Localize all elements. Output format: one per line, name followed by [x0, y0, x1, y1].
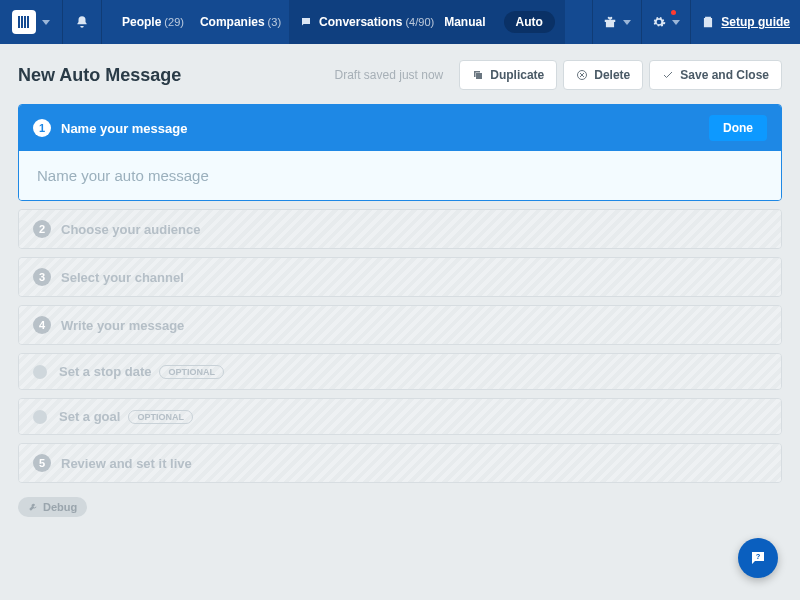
step-review-live: 5 Review and set it live	[18, 443, 782, 483]
nav-companies-label: Companies	[200, 15, 265, 29]
step-1-label: Name your message	[61, 121, 187, 136]
help-fab[interactable]: ?	[738, 538, 778, 578]
nav-manual[interactable]: Manual	[434, 15, 495, 29]
step-4-header[interactable]: 4 Write your message	[19, 306, 781, 344]
nav-settings-button[interactable]	[641, 0, 690, 44]
step-4-label: Write your message	[61, 318, 184, 333]
nav-people[interactable]: People (29)	[114, 0, 192, 44]
debug-button[interactable]: Debug	[18, 497, 87, 517]
delete-button[interactable]: Delete	[563, 60, 643, 90]
optional-badge: OPTIONAL	[159, 365, 224, 379]
step-done-button[interactable]: Done	[709, 115, 767, 141]
nav-people-count: (29)	[164, 16, 184, 28]
wrench-icon	[28, 502, 38, 512]
delete-icon	[576, 69, 588, 81]
delete-label: Delete	[594, 68, 630, 82]
clipboard-icon	[701, 15, 715, 29]
chat-icon	[299, 16, 313, 28]
step-3-header[interactable]: 3 Select your channel	[19, 258, 781, 296]
nav-conversations-group: Conversations (4/90) Manual Auto	[289, 0, 565, 44]
step-stop-date: Set a stop date OPTIONAL	[18, 353, 782, 390]
caret-down-icon	[623, 20, 631, 25]
step-dot-icon	[33, 365, 47, 379]
step-7-label: Review and set it live	[61, 456, 192, 471]
nav-auto[interactable]: Auto	[504, 11, 555, 33]
step-2-header[interactable]: 2 Choose your audience	[19, 210, 781, 248]
step-2-label: Choose your audience	[61, 222, 200, 237]
caret-down-icon	[672, 20, 680, 25]
step-5-header[interactable]: Set a stop date OPTIONAL	[19, 354, 781, 389]
duplicate-label: Duplicate	[490, 68, 544, 82]
save-close-button[interactable]: Save and Close	[649, 60, 782, 90]
step-number-icon: 5	[33, 454, 51, 472]
step-number-icon: 1	[33, 119, 51, 137]
debug-label: Debug	[43, 501, 77, 513]
notification-dot-icon	[671, 10, 676, 15]
svg-rect-1	[21, 16, 23, 28]
app-switcher[interactable]	[0, 0, 63, 44]
step-5-label: Set a stop date	[59, 364, 151, 379]
step-dot-icon	[33, 410, 47, 424]
nav-conversations-label: Conversations	[319, 15, 402, 29]
check-icon	[662, 69, 674, 81]
step-number-icon: 2	[33, 220, 51, 238]
step-6-header[interactable]: Set a goal OPTIONAL	[19, 399, 781, 434]
nav-people-label: People	[122, 15, 161, 29]
gear-icon	[652, 15, 666, 29]
svg-rect-2	[24, 16, 26, 28]
page-title: New Auto Message	[18, 65, 181, 86]
step-7-header[interactable]: 5 Review and set it live	[19, 444, 781, 482]
gift-icon	[603, 15, 617, 29]
nav-conversations-count: (4/90)	[405, 16, 434, 28]
step-3-label: Select your channel	[61, 270, 184, 285]
notifications-button[interactable]	[63, 0, 102, 44]
nav-apps-button[interactable]	[592, 0, 641, 44]
caret-down-icon	[42, 20, 50, 25]
step-number-icon: 4	[33, 316, 51, 334]
page-header: New Auto Message Draft saved just now Du…	[18, 60, 782, 90]
nav-companies[interactable]: Companies (3)	[192, 0, 289, 44]
setup-guide-label: Setup guide	[721, 15, 790, 29]
step-write-message: 4 Write your message	[18, 305, 782, 345]
optional-badge: OPTIONAL	[128, 410, 193, 424]
svg-rect-3	[27, 16, 29, 28]
app-logo-icon	[12, 10, 36, 34]
svg-text:?: ?	[756, 552, 761, 561]
step-select-channel: 3 Select your channel	[18, 257, 782, 297]
message-name-input[interactable]	[19, 151, 781, 200]
duplicate-button[interactable]: Duplicate	[459, 60, 557, 90]
step-set-goal: Set a goal OPTIONAL	[18, 398, 782, 435]
nav-companies-count: (3)	[268, 16, 281, 28]
help-icon: ?	[749, 549, 767, 567]
draft-status: Draft saved just now	[335, 68, 444, 82]
nav-setup-guide[interactable]: Setup guide	[690, 0, 800, 44]
step-name-message: 1 Name your message Done	[18, 104, 782, 201]
top-nav: People (29) Companies (3) Conversations …	[0, 0, 800, 44]
bell-icon	[75, 15, 89, 29]
svg-rect-0	[18, 16, 20, 28]
nav-conversations[interactable]: Conversations (4/90)	[319, 0, 434, 44]
step-1-header[interactable]: 1 Name your message Done	[19, 105, 781, 151]
step-choose-audience: 2 Choose your audience	[18, 209, 782, 249]
step-number-icon: 3	[33, 268, 51, 286]
save-close-label: Save and Close	[680, 68, 769, 82]
step-6-label: Set a goal	[59, 409, 120, 424]
duplicate-icon	[472, 69, 484, 81]
